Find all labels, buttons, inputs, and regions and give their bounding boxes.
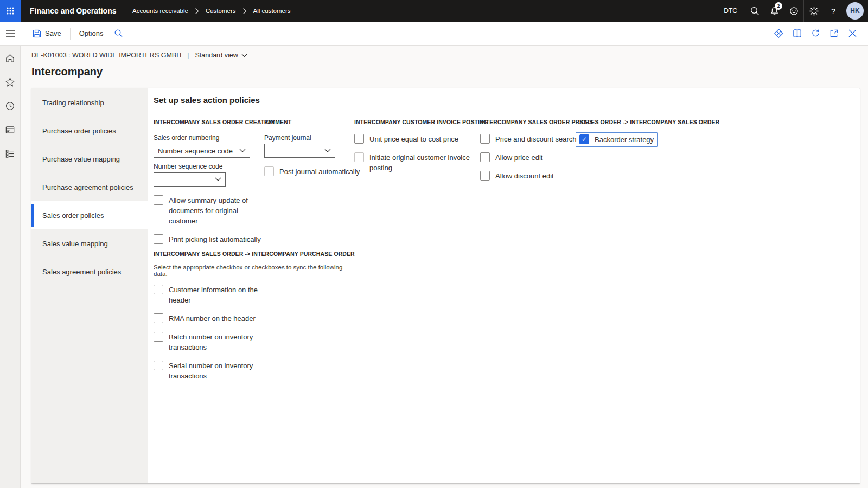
initiate-original-customer-invoice-posting-checkbox[interactable]: ✓ (354, 152, 364, 162)
breadcrumb-all-customers[interactable]: All customers (253, 8, 291, 14)
feedback-button[interactable] (784, 0, 803, 22)
breadcrumb-accounts-receivable[interactable]: Accounts receivable (132, 8, 188, 14)
rma-number-on-header-checkbox[interactable]: ✓ (154, 313, 163, 323)
help-button[interactable]: ? (824, 0, 843, 22)
close-button[interactable] (845, 27, 859, 41)
tab-purchase-order-policies[interactable]: Purchase order policies (31, 117, 148, 145)
breadcrumb: Accounts receivable Customers All custom… (132, 8, 291, 15)
checkbox-label[interactable]: Unit price equal to cost price (369, 134, 458, 144)
command-bar-left: Save Options (27, 25, 129, 42)
environment-label[interactable]: DTC (724, 7, 737, 15)
chevron-down-icon (241, 54, 247, 57)
batch-number-on-inventory-transactions-checkbox[interactable]: ✓ (154, 332, 163, 342)
smiley-icon (789, 6, 799, 16)
checkbox-label[interactable]: Allow discount edit (495, 171, 554, 181)
checkbox-label[interactable]: Serial number on inventory transactions (169, 361, 261, 381)
allow-discount-edit-checkbox[interactable]: ✓ (480, 171, 490, 181)
field-label: Payment journal (264, 134, 354, 142)
serial-number-on-inventory-transactions-checkbox[interactable]: ✓ (154, 361, 163, 370)
waffle-icon (6, 7, 15, 15)
save-button[interactable]: Save (27, 25, 67, 42)
post-journal-automatically-checkbox[interactable]: ✓ (264, 166, 274, 176)
checkbox-label[interactable]: Allow summary update of documents for or… (169, 195, 262, 226)
tab-sales-value-mapping[interactable]: Sales value mapping (31, 229, 148, 258)
group-header: INTERCOMPANY CUSTOMER INVOICE POSTING (354, 119, 480, 125)
price-and-discount-search-checkbox[interactable]: ✓ (480, 134, 490, 144)
diamond-button[interactable] (771, 27, 786, 41)
company-data-button[interactable] (790, 27, 804, 41)
checkbox-label[interactable]: Print picking list automatically (169, 234, 261, 245)
checkbox-label[interactable]: Batch number on inventory transactions (169, 332, 261, 352)
checkbox-label[interactable]: Post journal automatically (279, 166, 360, 177)
tab-purchase-value-mapping[interactable]: Purchase value mapping (31, 145, 148, 173)
refresh-icon (810, 28, 821, 38)
navigation-menu-button[interactable] (0, 22, 21, 46)
print-picking-list-checkbox[interactable]: ✓ (154, 234, 163, 244)
allow-summary-update-checkbox[interactable]: ✓ (154, 195, 163, 205)
modules-button[interactable] (4, 147, 16, 159)
checkbox-row: ✓ Allow discount edit (480, 171, 579, 181)
checkbox-label[interactable]: Initiate original customer invoice posti… (369, 152, 475, 173)
workspaces-button[interactable] (4, 124, 16, 136)
recent-button[interactable] (4, 100, 16, 112)
checkbox-label[interactable]: Allow price edit (495, 152, 542, 163)
field-label: Number sequence code (154, 163, 264, 170)
group-header: SALES ORDER -> INTERCOMPANY SALES ORDER (579, 119, 753, 125)
chevron-right-icon (242, 8, 247, 15)
breadcrumb-customers[interactable]: Customers (206, 8, 236, 14)
save-icon (33, 29, 41, 38)
allow-price-edit-checkbox[interactable]: ✓ (480, 152, 490, 162)
notification-badge: 2 (775, 2, 782, 10)
notifications-button[interactable]: 2 (764, 0, 784, 22)
checkbox-row: ✓ Serial number on inventory transaction… (154, 361, 343, 381)
home-icon (5, 53, 15, 63)
hamburger-icon (6, 30, 15, 37)
checkbox-label[interactable]: Customer information on the header (169, 285, 261, 305)
search-icon (750, 6, 760, 16)
record-header-divider: | (187, 52, 189, 59)
settings-button[interactable] (804, 0, 824, 22)
command-bar-right (771, 27, 868, 41)
diamond-icon (774, 28, 784, 38)
tab-label: Purchase order policies (42, 127, 116, 135)
options-button[interactable]: Options (74, 25, 109, 42)
refresh-button[interactable] (808, 27, 822, 41)
sales-order-numbering-dropdown[interactable]: Number sequence code (154, 144, 250, 158)
app-launcher-button[interactable] (0, 0, 21, 22)
checkbox-label[interactable]: RMA number on the header (169, 313, 256, 324)
number-sequence-code-dropdown[interactable] (154, 172, 226, 187)
open-in-new-window-button[interactable] (827, 27, 841, 41)
section-title: Set up sales action policies (154, 95, 260, 105)
favorites-button[interactable] (4, 76, 16, 88)
unit-price-equal-to-cost-price-checkbox[interactable]: ✓ (354, 134, 364, 144)
dropdown-value: Number sequence code (158, 147, 233, 155)
tab-label: Purchase agreement policies (42, 183, 133, 191)
checkbox-label[interactable]: Backorder strategy (595, 134, 654, 145)
group-header: INTERCOMPANY SALES ORDER CREATION (154, 119, 264, 125)
view-selector[interactable]: Standard view (195, 52, 247, 59)
tab-purchase-agreement-policies[interactable]: Purchase agreement policies (31, 173, 148, 201)
avatar[interactable]: HK (846, 2, 864, 20)
app-name[interactable]: Finance and Operations (21, 7, 117, 15)
checkbox-row: ✓ Batch number on inventory transactions (154, 332, 343, 352)
column-customer-invoice-posting: INTERCOMPANY CUSTOMER INVOICE POSTING ✓ … (354, 119, 480, 181)
window-icon (5, 125, 15, 135)
payment-journal-dropdown[interactable] (264, 144, 335, 158)
search-button[interactable] (745, 0, 764, 22)
tab-label: Purchase value mapping (42, 155, 120, 163)
column-so-to-icso: SALES ORDER -> INTERCOMPANY SALES ORDER … (579, 119, 753, 147)
home-button[interactable] (4, 52, 16, 64)
customer-information-on-header-checkbox[interactable]: ✓ (154, 285, 163, 294)
tab-sales-agreement-policies[interactable]: Sales agreement policies (31, 258, 148, 286)
open-in-new-window-icon (829, 28, 839, 38)
tab-sales-order-policies[interactable]: Sales order policies (31, 201, 148, 229)
backorder-strategy-checkbox[interactable]: ✓ (579, 134, 589, 144)
checkbox-label[interactable]: Price and discount search (495, 134, 577, 144)
command-search-button[interactable] (108, 25, 129, 42)
module-list-icon (5, 149, 15, 159)
options-label: Options (79, 29, 104, 37)
checkbox-row: ✓ Unit price equal to cost price (354, 134, 480, 144)
tab-trading-relationship[interactable]: Trading relationship (31, 88, 148, 117)
tab-label: Sales value mapping (42, 240, 108, 248)
checkbox-row: ✓ Price and discount search (480, 134, 579, 144)
